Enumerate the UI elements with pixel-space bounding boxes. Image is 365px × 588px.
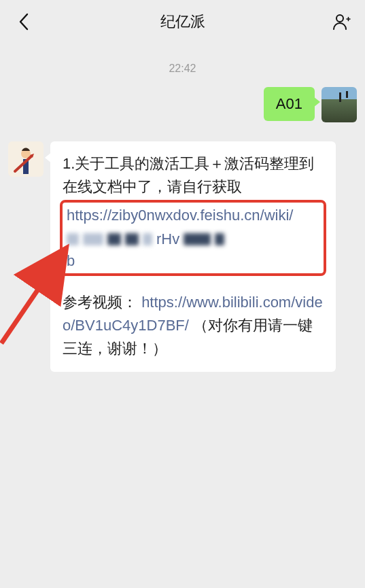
- svg-point-0: [336, 15, 343, 22]
- msg-line1: 1.关于工具的激活工具＋激活码整理到在线文档中了，请自行获取: [63, 155, 314, 195]
- timestamp: 22:42: [0, 44, 365, 87]
- redacted-tail: b: [67, 249, 75, 273]
- chat-title: 纪亿派: [160, 12, 205, 32]
- outgoing-bubble[interactable]: A01: [264, 87, 315, 121]
- outgoing-text: A01: [276, 95, 302, 112]
- my-avatar[interactable]: [321, 87, 357, 122]
- ref-label: 参考视频：: [63, 294, 137, 311]
- sender-avatar[interactable]: [8, 141, 44, 177]
- back-button[interactable]: [12, 10, 35, 33]
- chat-header: 纪亿派: [0, 0, 365, 44]
- redacted-row-1: rHv: [67, 230, 319, 249]
- incoming-bubble[interactable]: 1.关于工具的激活工具＋激活码整理到在线文档中了，请自行获取 https://z…: [50, 141, 336, 372]
- redacted-mid: rHv: [156, 228, 179, 251]
- highlight-box: https://ziby0nwxdov.feishu.cn/wiki/ rHv …: [60, 200, 326, 276]
- outgoing-message-row: A01: [0, 87, 365, 141]
- incoming-message-row: 1.关于工具的激活工具＋激活码整理到在线文档中了，请自行获取 https://z…: [0, 141, 365, 372]
- feishu-link[interactable]: https://ziby0nwxdov.feishu.cn/wiki/: [67, 207, 293, 224]
- contact-button[interactable]: [330, 10, 353, 33]
- redacted-row-2: b: [67, 252, 319, 271]
